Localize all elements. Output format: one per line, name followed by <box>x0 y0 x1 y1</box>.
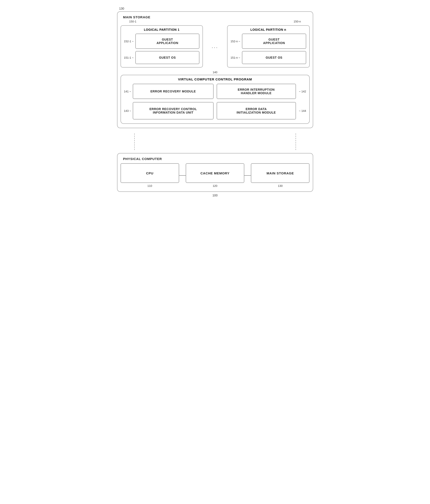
partitionn-guest-app-box: GUEST APPLICATION <box>242 34 306 49</box>
partition1-inner: 152-1 ~ GUEST APPLICATION 151-1 ~ GUEST … <box>124 34 200 64</box>
dashed-connector-area <box>117 133 313 151</box>
partitionn-app-row: 152-n ~ GUEST APPLICATION <box>231 34 306 49</box>
partitions-row: LOGICAL PARTITION 1 152-1 ~ GUEST APPLIC… <box>121 25 310 68</box>
error-recovery-ref: 141 ~ <box>124 90 131 93</box>
connector-svg <box>117 133 313 151</box>
partitionn-guest-os-box: GUEST OS <box>242 51 306 64</box>
main-storage-bottom-ref: 130 <box>278 184 283 188</box>
error-recovery-control-row: 143 ~ ERROR RECOVERY CONTROL INFORMATION… <box>124 102 214 119</box>
error-recovery-box: ERROR RECOVERY MODULE <box>133 84 213 99</box>
partitionn-inner: 152-n ~ GUEST APPLICATION 151-n ~ GUEST … <box>231 34 306 64</box>
vccp-box: VIRTUAL COMPUTER CONTROL PROGRAM 141 ~ E… <box>121 75 310 124</box>
partitionn-ref-top: 150-n <box>294 20 301 23</box>
main-storage-bottom-label: MAIN STORAGE <box>267 171 294 175</box>
vccp-ref-label: 140 <box>213 71 217 74</box>
partitionn-box: LOGICAL PARTITION n 152-n ~ GUEST APPLIC… <box>227 25 310 68</box>
partition1-app-ref: 152-1 ~ <box>124 40 134 43</box>
partitionn-label: LOGICAL PARTITION n <box>231 28 306 31</box>
cache-memory-box: CACHE MEMORY <box>186 163 244 183</box>
vccp-label: VIRTUAL COMPUTER CONTROL PROGRAM <box>124 77 306 81</box>
partition1-ref-top: 150-1 <box>129 20 136 23</box>
diagram-container: 130 MAIN STORAGE 150-1 150-n LOGICAL PAR… <box>117 7 313 197</box>
partition1-os-row: 151-1 ~ GUEST OS <box>124 51 200 64</box>
error-recovery-control-ref: 143 ~ <box>124 109 131 112</box>
partitionn-os-row: 151-n ~ GUEST OS <box>231 51 306 64</box>
cpu-label: CPU <box>146 171 153 175</box>
error-recovery-control-box: ERROR RECOVERY CONTROL INFORMATION DATA … <box>133 102 213 119</box>
main-storage-bottom-component: MAIN STORAGE 130 <box>251 163 309 188</box>
error-recovery-row: 141 ~ ERROR RECOVERY MODULE <box>124 84 214 99</box>
cpu-component: CPU 110 <box>121 163 179 188</box>
error-interruption-ref: ~ 142 <box>299 90 306 93</box>
physical-computer-box: PHYSICAL COMPUTER CPU 110 CACHE MEMORY 1… <box>117 153 313 192</box>
partition1-guest-app-box: GUEST APPLICATION <box>135 34 199 49</box>
cache-memory-ref: 120 <box>213 184 217 188</box>
partitionn-os-ref: 151-n ~ <box>231 56 240 59</box>
main-storage-label: MAIN STORAGE <box>121 14 310 19</box>
cpu-ref: 110 <box>147 184 152 188</box>
connector-line-2 <box>244 175 251 176</box>
cpu-cache-connector <box>179 163 186 188</box>
error-data-init-row: ERROR DATA INITIALIZATION MODULE ~ 144 <box>217 102 306 119</box>
partitionn-app-ref: 152-n ~ <box>231 40 240 43</box>
cache-memory-label: CACHE MEMORY <box>200 171 230 175</box>
error-interruption-box: ERROR INTERRUPTION HANDLER MODULE <box>217 84 296 99</box>
error-data-init-ref: ~ 144 <box>299 109 306 112</box>
vccp-grid: 141 ~ ERROR RECOVERY MODULE ERROR INTERR… <box>124 84 306 119</box>
main-storage-box: MAIN STORAGE 150-1 150-n LOGICAL PARTITI… <box>117 11 313 128</box>
ref-100-bottom: 100 <box>117 194 313 197</box>
ref-130-top: 130 <box>119 7 124 10</box>
physical-components-row: CPU 110 CACHE MEMORY 120 <box>121 163 310 188</box>
cpu-box: CPU <box>121 163 179 183</box>
cache-memory-component: CACHE MEMORY 120 <box>186 163 244 188</box>
partition1-app-row: 152-1 ~ GUEST APPLICATION <box>124 34 200 49</box>
partition1-os-ref: 151-1 ~ <box>124 56 134 59</box>
partition1-label: LOGICAL PARTITION 1 <box>124 28 200 31</box>
error-interruption-row: ERROR INTERRUPTION HANDLER MODULE ~ 142 <box>217 84 306 99</box>
error-data-init-box: ERROR DATA INITIALIZATION MODULE <box>217 102 296 119</box>
cache-mainstorage-connector <box>244 163 251 188</box>
partition1-box: LOGICAL PARTITION 1 152-1 ~ GUEST APPLIC… <box>121 25 203 68</box>
ellipsis-separator: ... <box>209 25 220 68</box>
physical-computer-label: PHYSICAL COMPUTER <box>121 156 310 161</box>
connector-line-1 <box>179 175 186 176</box>
partition1-guest-os-box: GUEST OS <box>135 51 199 64</box>
main-storage-bottom-box: MAIN STORAGE <box>251 163 309 183</box>
